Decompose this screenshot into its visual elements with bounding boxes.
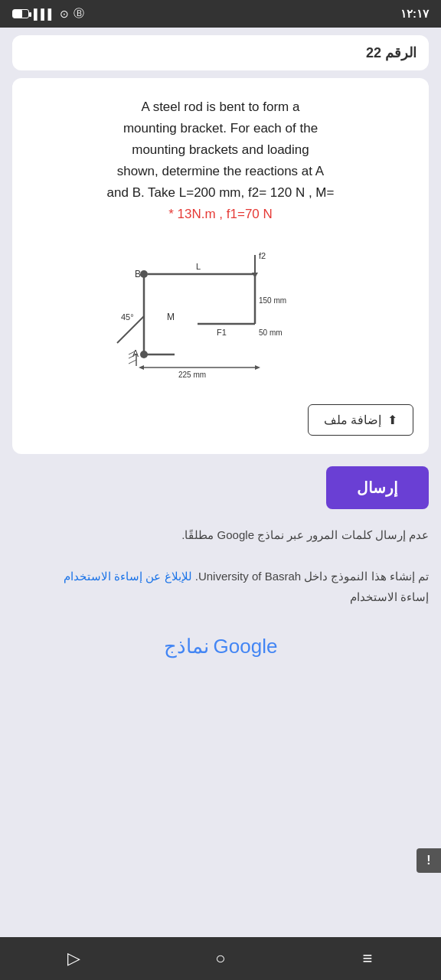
question-text: A steel rod is bent to form a mounting b… <box>28 96 413 225</box>
upload-section: ⬆ إضافة ملف <box>28 404 413 436</box>
svg-text:f2: f2 <box>259 251 266 260</box>
alert-icon[interactable]: ! <box>416 848 441 873</box>
question-number: الرقم 22 <box>366 45 416 60</box>
upload-icon: ⬆ <box>387 413 397 427</box>
main-content: الرقم 22 A steel rod is bent to form a m… <box>0 28 441 937</box>
svg-text:A: A <box>132 348 139 359</box>
svg-text:B: B <box>135 269 141 279</box>
svg-marker-20 <box>139 365 144 370</box>
submit-button[interactable]: إرسال <box>326 466 429 509</box>
upload-button[interactable]: ⬆ إضافة ملف <box>308 404 413 436</box>
bracket-diagram: B L f2 150 mm F1 50 mm <box>106 243 335 381</box>
svg-line-25 <box>129 360 136 364</box>
svg-text:225 mm: 225 mm <box>178 371 206 379</box>
question-card: A steel rod is bent to form a mounting b… <box>12 78 429 454</box>
menu-nav-button[interactable]: ≡ <box>349 940 386 977</box>
svg-text:150 mm: 150 mm <box>259 296 286 305</box>
headphones-icon: Ⓑ <box>74 7 84 21</box>
footer-warning: عدم إرسال كلمات المرور عبر نماذج Google … <box>12 524 429 545</box>
svg-text:45°: 45° <box>121 312 134 322</box>
svg-text:L: L <box>196 262 201 271</box>
status-bar: ▌▌▌ ⊙ Ⓑ ١٢:١٧ <box>0 0 441 28</box>
top-card: الرقم 22 <box>12 35 429 70</box>
battery-icon <box>12 9 29 18</box>
signal-icon: ▌▌▌ <box>34 8 55 20</box>
diagram-area: B L f2 150 mm F1 50 mm <box>28 243 413 381</box>
bottom-nav: ▷ ○ ≡ <box>0 937 441 980</box>
svg-text:F1: F1 <box>217 328 227 337</box>
footer-created: تم إنشاء هذا النموذج داخل University of … <box>12 566 429 607</box>
status-icons: ▌▌▌ ⊙ Ⓑ <box>12 7 84 21</box>
back-nav-button[interactable]: ▷ <box>55 940 92 977</box>
google-branding: نماذج Google <box>0 622 441 666</box>
wifi-icon: ⊙ <box>60 8 69 20</box>
home-nav-button[interactable]: ○ <box>202 940 239 977</box>
report-link[interactable]: للإبلاغ عن إساءة الاستخدام <box>64 570 192 583</box>
svg-marker-21 <box>255 365 260 370</box>
status-time: ١٢:١٧ <box>400 7 429 21</box>
svg-text:M: M <box>167 312 175 322</box>
submit-section: إرسال <box>12 466 429 509</box>
svg-text:50 mm: 50 mm <box>259 328 283 337</box>
footer-section: عدم إرسال كلمات المرور عبر نماذج Google … <box>0 509 441 622</box>
svg-point-17 <box>140 351 148 358</box>
